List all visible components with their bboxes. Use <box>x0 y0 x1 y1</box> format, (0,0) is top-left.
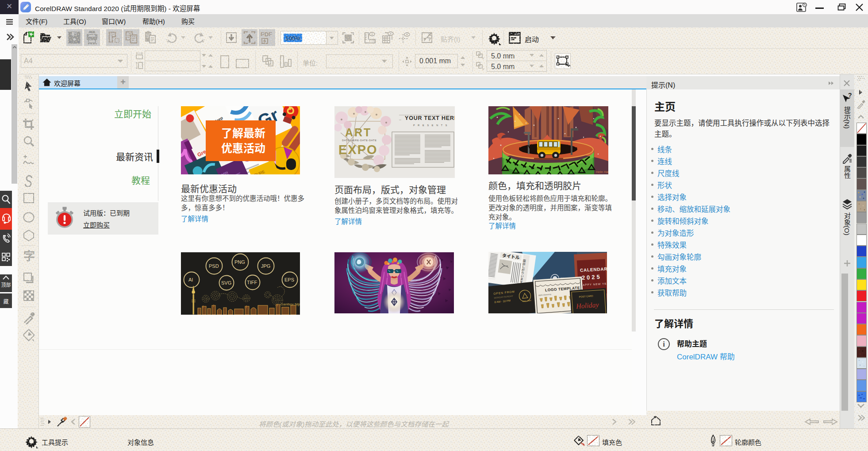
svg-text:EXPO: EXPO <box>338 143 378 157</box>
svg-text:Helin Habib: Helin Habib <box>596 170 608 173</box>
svg-text:AI: AI <box>188 277 193 282</box>
svg-text:x: x <box>482 56 484 60</box>
svg-text:P R E S E N T S: P R E S E N T S <box>413 124 448 127</box>
svg-text:PSD: PSD <box>209 263 219 269</box>
svg-text:YOUR TEXT HERE: YOUR TEXT HERE <box>405 115 455 121</box>
svg-text:PNG: PNG <box>234 259 245 265</box>
svg-text:PDF: PDF <box>261 31 272 38</box>
svg-text:TIFF: TIFF <box>247 280 257 285</box>
svg-text:了解最新: 了解最新 <box>221 127 265 139</box>
svg-text:SVG: SVG <box>221 280 231 285</box>
svg-text:2025: 2025 <box>582 274 602 281</box>
svg-text:EPS: EPS <box>284 277 294 282</box>
svg-text:y: y <box>482 67 484 70</box>
svg-text:Ganibov Nijat: Ganibov Nijat <box>280 302 300 306</box>
svg-text:JPG: JPG <box>261 263 270 269</box>
svg-text:ART: ART <box>345 126 372 139</box>
svg-text:字: 字 <box>23 250 35 263</box>
svg-text:优惠活动: 优惠活动 <box>221 142 265 154</box>
svg-text:DATE HERE-DATE-DATE: DATE HERE-DATE-DATE <box>342 139 377 142</box>
svg-text:?: ? <box>848 92 852 99</box>
